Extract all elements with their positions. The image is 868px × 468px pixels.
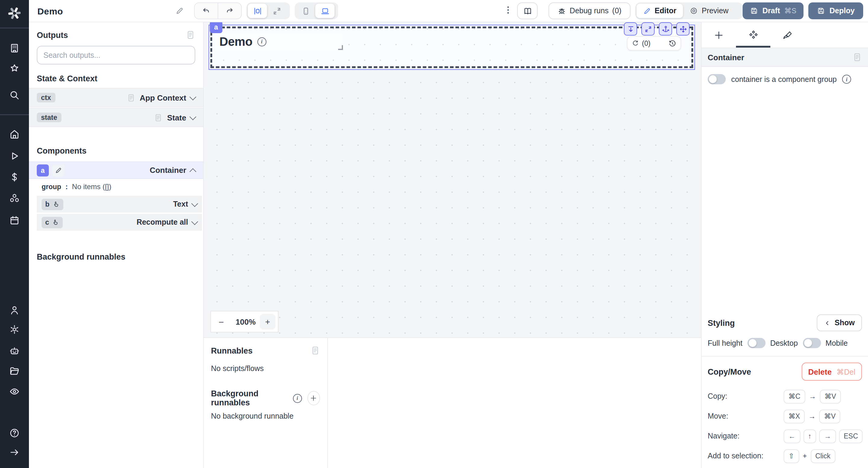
folders-icon[interactable] (9, 366, 20, 376)
chevron-down-icon[interactable] (190, 93, 196, 100)
insert-component-tab[interactable] (702, 22, 736, 47)
info-icon[interactable]: i (842, 75, 851, 84)
app-canvas[interactable]: a Demo i (0) − 100% + (204, 22, 701, 337)
rail-divider (0, 28, 29, 28)
info-icon[interactable]: i (257, 37, 267, 46)
recompute-component-row[interactable]: c Recompute all (37, 212, 202, 231)
debug-runs-label: Debug runs (569, 7, 609, 15)
chevron-down-icon[interactable] (190, 113, 196, 120)
kbd-right: → (819, 429, 836, 443)
center-align-toggle[interactable] (248, 4, 267, 18)
help-icon[interactable] (9, 428, 20, 438)
search-outputs-input[interactable] (37, 46, 195, 64)
mobile-label: Mobile (826, 339, 848, 347)
selected-container[interactable]: a Demo i (210, 27, 693, 68)
chevron-left-icon (824, 320, 830, 326)
show-styling-button[interactable]: Show (816, 314, 862, 331)
mobile-full-height-toggle[interactable] (803, 338, 821, 348)
ctx-output-row[interactable]: ctx App Context (29, 88, 203, 107)
search-icon[interactable] (9, 90, 20, 101)
mobile-phone-toggle[interactable] (296, 4, 315, 18)
home-icon[interactable] (9, 129, 20, 140)
preview-tab[interactable]: Preview (683, 4, 735, 18)
windmill-logo[interactable] (7, 5, 22, 24)
schedules-calendar-icon[interactable] (9, 215, 20, 226)
settings-components-tab[interactable] (736, 22, 770, 47)
edit-id-pencil-icon[interactable] (53, 164, 64, 176)
editor-tab[interactable]: Editor (637, 4, 683, 18)
resources-cubes-icon[interactable] (9, 193, 20, 204)
desktop-full-height-toggle[interactable] (747, 338, 765, 348)
zoom-in-button[interactable]: + (260, 314, 276, 330)
docs-book-button[interactable] (517, 2, 538, 19)
plus-sep: + (802, 452, 807, 460)
bg-runnables-title: Background runnables (211, 389, 288, 407)
rename-pencil-icon[interactable] (176, 7, 184, 15)
topbar: Demo ⋮ Debug runs (0) Editor (29, 0, 868, 22)
deploy-button[interactable]: Deploy (808, 2, 863, 19)
runnables-doc-icon[interactable] (310, 346, 320, 355)
save-floppy-icon (750, 7, 758, 15)
fullwidth-expand-toggle[interactable] (267, 4, 286, 18)
redo-button[interactable] (218, 3, 241, 19)
move-button[interactable] (676, 22, 689, 36)
resize-handle[interactable] (338, 45, 343, 50)
debug-runs-count: (0) (612, 7, 621, 15)
collapse-arrow-icon[interactable] (9, 447, 20, 458)
styling-brush-tab[interactable] (770, 22, 805, 47)
fullscreen-expand-button[interactable] (641, 22, 655, 36)
variables-dollar-icon[interactable] (9, 172, 20, 182)
component-group-toggle[interactable] (708, 74, 726, 84)
history-clock-icon[interactable] (669, 39, 676, 47)
device-toggle-group (295, 2, 338, 19)
selection-id-chip[interactable]: a (210, 21, 222, 33)
container-component-row[interactable]: a Container (29, 161, 203, 179)
text-component-row[interactable]: b Text (37, 196, 202, 212)
chevron-down-icon[interactable] (191, 200, 198, 207)
full-height-label: Full height (708, 339, 742, 347)
component-b-badge[interactable]: b (41, 198, 63, 210)
zoom-level: 100% (231, 317, 260, 326)
debug-runs-button[interactable]: Debug runs (0) (549, 2, 630, 19)
state-doc-icon[interactable] (154, 113, 163, 122)
audit-eye-icon[interactable] (9, 386, 20, 397)
refresh-icon[interactable] (632, 40, 639, 47)
hand-pointer-icon (52, 219, 59, 226)
desktop-laptop-toggle[interactable] (315, 4, 335, 18)
arrow-sep: → (808, 392, 817, 401)
background-runnables-title: Background runnables (37, 253, 195, 261)
favorites-star-icon[interactable] (9, 63, 20, 74)
more-menu-kebab-icon[interactable]: ⋮ (504, 5, 513, 14)
component-c-badge[interactable]: c (41, 216, 63, 228)
add-background-runnable-button[interactable] (307, 391, 320, 405)
chevron-up-icon[interactable] (190, 168, 196, 175)
text-component-cell[interactable]: Demo i (213, 32, 344, 51)
workspace-building-icon[interactable] (9, 43, 20, 54)
delete-button[interactable]: Delete ⌘Del (801, 363, 862, 381)
group-property-row: group : No items ([]) (37, 179, 195, 192)
container-doc-icon[interactable] (852, 53, 862, 62)
kbd-left: ← (784, 429, 800, 443)
expand-down-button[interactable] (624, 22, 637, 36)
save-draft-button[interactable]: Draft ⌘S (743, 2, 804, 19)
ctx-doc-icon[interactable] (126, 93, 135, 102)
draft-label: Draft (763, 7, 780, 15)
anchor-button[interactable] (659, 22, 672, 36)
outputs-doc-icon[interactable] (186, 30, 195, 40)
state-output-row[interactable]: state State (29, 108, 203, 127)
editor-pencil-icon (643, 7, 651, 15)
chevron-down-icon[interactable] (191, 218, 198, 225)
workers-robot-icon[interactable] (9, 345, 20, 356)
settings-gear-icon[interactable] (9, 324, 20, 335)
copy-shortcut-row: Copy: ⌘C → ⌘V (708, 389, 862, 404)
undo-button[interactable] (195, 3, 218, 19)
runs-play-icon[interactable] (9, 151, 20, 161)
bg-runnables-empty-text: No background runnable (211, 412, 320, 421)
info-icon[interactable]: i (293, 394, 302, 403)
active-tab-underline (736, 46, 770, 47)
user-icon[interactable] (9, 305, 20, 315)
container-section-header: Container (702, 47, 868, 67)
zoom-out-button[interactable]: − (211, 311, 231, 332)
kbd-copy: ⌘C (784, 390, 805, 403)
ctx-badge: ctx (37, 93, 55, 102)
